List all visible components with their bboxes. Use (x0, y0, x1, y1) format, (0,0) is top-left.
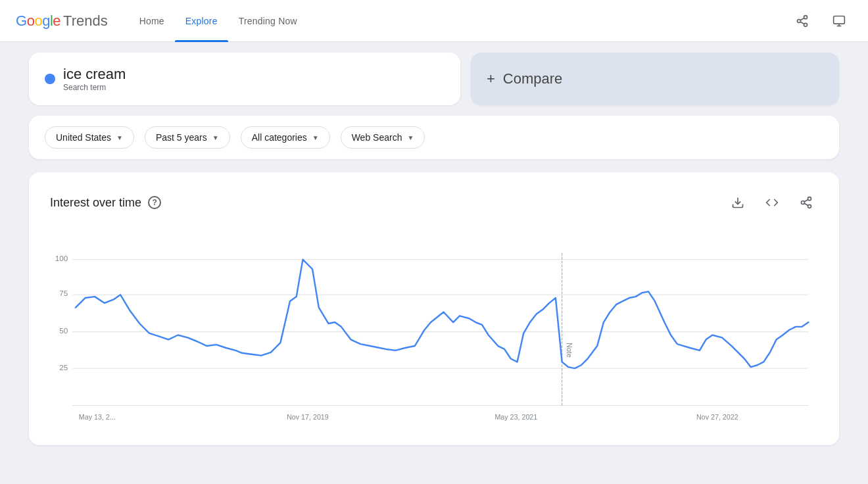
time-filter[interactable]: Past 5 years ▼ (145, 126, 230, 149)
search-dot (45, 74, 55, 84)
svg-rect-5 (834, 16, 845, 24)
nav-explore[interactable]: Explore (175, 0, 228, 42)
chart-help-icon[interactable]: ? (148, 196, 161, 209)
svg-text:50: 50 (59, 326, 68, 335)
search-type-filter-arrow: ▼ (407, 134, 414, 141)
chart-title: Interest over time (50, 196, 141, 210)
svg-line-12 (804, 203, 808, 205)
svg-text:May 13, 2...: May 13, 2... (79, 413, 116, 421)
share-icon[interactable] (789, 8, 815, 34)
svg-line-4 (800, 18, 804, 20)
header: Google Trends Home Explore Trending Now (0, 0, 868, 42)
svg-text:May 23, 2021: May 23, 2021 (494, 413, 537, 421)
search-type-filter[interactable]: Web Search ▼ (341, 126, 425, 149)
compare-plus-icon: + (487, 70, 495, 87)
category-filter-arrow: ▼ (312, 134, 319, 141)
chart-share-button[interactable] (794, 191, 818, 214)
search-label: Search term (63, 83, 126, 92)
search-card: ice cream Search term (29, 53, 460, 105)
region-filter-arrow: ▼ (116, 134, 123, 141)
chart-card: Interest over time ? (29, 172, 839, 445)
search-row: ice cream Search term + Compare (29, 53, 839, 105)
svg-point-10 (802, 201, 805, 205)
svg-text:Nov 27, 2022: Nov 27, 2022 (696, 413, 738, 421)
chart-actions (726, 191, 818, 214)
svg-text:75: 75 (59, 289, 68, 297)
nav-home[interactable]: Home (129, 0, 175, 42)
google-wordmark: Google (16, 12, 60, 30)
compare-label: Compare (503, 70, 562, 87)
header-actions (789, 8, 852, 34)
svg-text:Nov 17, 2019: Nov 17, 2019 (287, 413, 329, 421)
time-filter-arrow: ▼ (212, 134, 219, 141)
filters-card: United States ▼ Past 5 years ▼ All categ… (29, 116, 839, 159)
chart-header: Interest over time ? (50, 191, 818, 214)
svg-line-13 (804, 199, 808, 201)
download-button[interactable] (726, 191, 750, 214)
interest-chart: 100 75 50 25 Note May 13, 2... Nov 17, 2… (50, 228, 818, 432)
svg-point-1 (798, 19, 801, 22)
compare-card[interactable]: + Compare (471, 53, 839, 105)
search-text-block: ice cream Search term (63, 66, 126, 92)
category-filter[interactable]: All categories ▼ (241, 126, 330, 149)
main-content: ice cream Search term + Compare United S… (13, 42, 855, 456)
main-nav: Home Explore Trending Now (129, 0, 308, 41)
svg-point-11 (808, 205, 811, 208)
region-filter[interactable]: United States ▼ (45, 126, 134, 149)
chart-title-row: Interest over time ? (50, 196, 161, 210)
search-term[interactable]: ice cream (63, 66, 126, 83)
svg-point-9 (808, 197, 811, 201)
svg-point-0 (804, 15, 808, 18)
feedback-icon[interactable] (826, 8, 852, 34)
svg-point-2 (804, 23, 808, 26)
embed-button[interactable] (760, 191, 784, 214)
chart-container: 100 75 50 25 Note May 13, 2... Nov 17, 2… (50, 228, 818, 432)
svg-text:100: 100 (55, 254, 68, 262)
svg-text:Note: Note (566, 343, 573, 358)
nav-trending[interactable]: Trending Now (228, 0, 308, 42)
svg-line-3 (800, 22, 804, 24)
logo: Google Trends (16, 12, 108, 30)
svg-text:25: 25 (59, 363, 68, 372)
trends-wordmark: Trends (63, 12, 108, 30)
